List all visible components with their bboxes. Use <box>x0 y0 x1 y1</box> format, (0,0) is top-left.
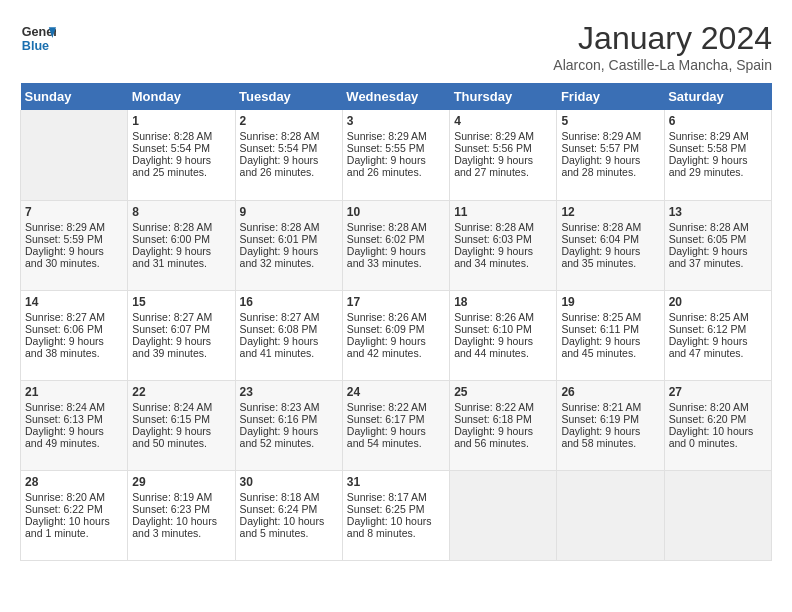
day-number: 20 <box>669 295 767 309</box>
svg-text:Blue: Blue <box>22 39 49 53</box>
calendar-cell: 24Sunrise: 8:22 AMSunset: 6:17 PMDayligh… <box>342 380 449 470</box>
day-info: Sunrise: 8:20 AM <box>669 401 767 413</box>
calendar-cell: 19Sunrise: 8:25 AMSunset: 6:11 PMDayligh… <box>557 290 664 380</box>
day-info: Sunrise: 8:21 AM <box>561 401 659 413</box>
day-info: Daylight: 9 hours <box>347 245 445 257</box>
day-info: and 58 minutes. <box>561 437 659 449</box>
day-info: Sunrise: 8:25 AM <box>669 311 767 323</box>
week-row-1: 7Sunrise: 8:29 AMSunset: 5:59 PMDaylight… <box>21 200 772 290</box>
day-info: and 33 minutes. <box>347 257 445 269</box>
day-info: Sunrise: 8:17 AM <box>347 491 445 503</box>
calendar-cell <box>664 470 771 560</box>
calendar-cell: 18Sunrise: 8:26 AMSunset: 6:10 PMDayligh… <box>450 290 557 380</box>
week-row-0: 1Sunrise: 8:28 AMSunset: 5:54 PMDaylight… <box>21 110 772 200</box>
day-info: and 44 minutes. <box>454 347 552 359</box>
day-info: Sunset: 6:16 PM <box>240 413 338 425</box>
day-info: Daylight: 9 hours <box>347 154 445 166</box>
day-number: 16 <box>240 295 338 309</box>
calendar-cell: 4Sunrise: 8:29 AMSunset: 5:56 PMDaylight… <box>450 110 557 200</box>
calendar-cell: 11Sunrise: 8:28 AMSunset: 6:03 PMDayligh… <box>450 200 557 290</box>
day-number: 11 <box>454 205 552 219</box>
day-info: and 49 minutes. <box>25 437 123 449</box>
day-info: Sunrise: 8:27 AM <box>25 311 123 323</box>
header-row: SundayMondayTuesdayWednesdayThursdayFrid… <box>21 83 772 110</box>
day-info: Daylight: 9 hours <box>669 245 767 257</box>
day-number: 27 <box>669 385 767 399</box>
day-info: Sunset: 6:13 PM <box>25 413 123 425</box>
day-info: Sunset: 5:55 PM <box>347 142 445 154</box>
day-number: 9 <box>240 205 338 219</box>
calendar-cell: 8Sunrise: 8:28 AMSunset: 6:00 PMDaylight… <box>128 200 235 290</box>
day-info: and 26 minutes. <box>347 166 445 178</box>
day-header-monday: Monday <box>128 83 235 110</box>
day-info: Daylight: 10 hours <box>669 425 767 437</box>
day-info: Daylight: 10 hours <box>240 515 338 527</box>
day-info: and 41 minutes. <box>240 347 338 359</box>
day-info: Sunset: 6:24 PM <box>240 503 338 515</box>
calendar-cell: 30Sunrise: 8:18 AMSunset: 6:24 PMDayligh… <box>235 470 342 560</box>
calendar-cell: 9Sunrise: 8:28 AMSunset: 6:01 PMDaylight… <box>235 200 342 290</box>
day-info: Sunrise: 8:25 AM <box>561 311 659 323</box>
calendar-header: SundayMondayTuesdayWednesdayThursdayFrid… <box>21 83 772 110</box>
day-info: Sunset: 6:01 PM <box>240 233 338 245</box>
day-info: and 56 minutes. <box>454 437 552 449</box>
week-row-3: 21Sunrise: 8:24 AMSunset: 6:13 PMDayligh… <box>21 380 772 470</box>
day-info: and 52 minutes. <box>240 437 338 449</box>
day-info: Sunrise: 8:22 AM <box>347 401 445 413</box>
day-info: and 45 minutes. <box>561 347 659 359</box>
day-info: and 28 minutes. <box>561 166 659 178</box>
day-info: and 3 minutes. <box>132 527 230 539</box>
title-area: January 2024 Alarcon, Castille-La Mancha… <box>553 20 772 73</box>
day-info: Sunrise: 8:18 AM <box>240 491 338 503</box>
day-info: Daylight: 9 hours <box>240 154 338 166</box>
day-info: Sunset: 5:57 PM <box>561 142 659 154</box>
calendar-cell: 28Sunrise: 8:20 AMSunset: 6:22 PMDayligh… <box>21 470 128 560</box>
day-header-friday: Friday <box>557 83 664 110</box>
calendar-cell: 6Sunrise: 8:29 AMSunset: 5:58 PMDaylight… <box>664 110 771 200</box>
main-title: January 2024 <box>553 20 772 57</box>
calendar-body: 1Sunrise: 8:28 AMSunset: 5:54 PMDaylight… <box>21 110 772 560</box>
day-info: Sunset: 5:56 PM <box>454 142 552 154</box>
day-info: Sunset: 5:54 PM <box>240 142 338 154</box>
calendar-cell: 12Sunrise: 8:28 AMSunset: 6:04 PMDayligh… <box>557 200 664 290</box>
day-info: Daylight: 9 hours <box>347 335 445 347</box>
calendar-cell: 20Sunrise: 8:25 AMSunset: 6:12 PMDayligh… <box>664 290 771 380</box>
day-number: 14 <box>25 295 123 309</box>
day-info: Sunset: 6:07 PM <box>132 323 230 335</box>
day-info: and 34 minutes. <box>454 257 552 269</box>
day-header-wednesday: Wednesday <box>342 83 449 110</box>
calendar-cell: 7Sunrise: 8:29 AMSunset: 5:59 PMDaylight… <box>21 200 128 290</box>
day-number: 25 <box>454 385 552 399</box>
day-info: Daylight: 9 hours <box>561 425 659 437</box>
day-info: Sunrise: 8:28 AM <box>669 221 767 233</box>
calendar-cell: 23Sunrise: 8:23 AMSunset: 6:16 PMDayligh… <box>235 380 342 470</box>
subtitle: Alarcon, Castille-La Mancha, Spain <box>553 57 772 73</box>
day-info: and 29 minutes. <box>669 166 767 178</box>
day-info: Sunset: 6:10 PM <box>454 323 552 335</box>
day-info: Sunrise: 8:23 AM <box>240 401 338 413</box>
day-info: and 8 minutes. <box>347 527 445 539</box>
calendar-cell: 29Sunrise: 8:19 AMSunset: 6:23 PMDayligh… <box>128 470 235 560</box>
day-info: Sunset: 5:54 PM <box>132 142 230 154</box>
day-number: 23 <box>240 385 338 399</box>
day-info: Sunset: 6:06 PM <box>25 323 123 335</box>
day-info: Daylight: 10 hours <box>347 515 445 527</box>
day-number: 26 <box>561 385 659 399</box>
day-info: Sunset: 6:23 PM <box>132 503 230 515</box>
day-number: 29 <box>132 475 230 489</box>
day-info: Sunrise: 8:28 AM <box>132 130 230 142</box>
day-info: and 35 minutes. <box>561 257 659 269</box>
day-info: Daylight: 9 hours <box>240 245 338 257</box>
day-info: and 38 minutes. <box>25 347 123 359</box>
day-info: Daylight: 9 hours <box>454 335 552 347</box>
day-info: Sunrise: 8:28 AM <box>132 221 230 233</box>
day-header-thursday: Thursday <box>450 83 557 110</box>
calendar-cell <box>450 470 557 560</box>
day-number: 12 <box>561 205 659 219</box>
day-number: 30 <box>240 475 338 489</box>
day-info: Sunset: 6:20 PM <box>669 413 767 425</box>
day-header-saturday: Saturday <box>664 83 771 110</box>
day-header-sunday: Sunday <box>21 83 128 110</box>
day-info: Sunrise: 8:28 AM <box>240 130 338 142</box>
day-number: 21 <box>25 385 123 399</box>
